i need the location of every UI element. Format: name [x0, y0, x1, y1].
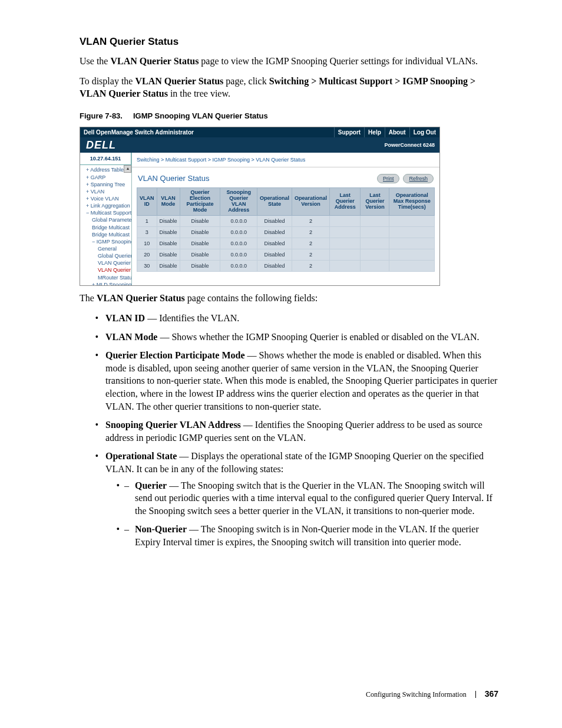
cell: [389, 226, 435, 238]
col-header: OpearationalVersion: [292, 187, 329, 215]
tree-item[interactable]: Global Querier: [82, 252, 131, 259]
cell: Disable: [157, 261, 180, 272]
text: page contains the following fields:: [185, 293, 318, 303]
field-term: VLAN Mode: [105, 332, 157, 342]
col-header: VLANMode: [157, 187, 180, 215]
tree-item[interactable]: VLAN Querier: [82, 259, 131, 266]
cell: Disabled: [257, 226, 292, 238]
sub-list: Querier — The Snooping switch that is th…: [105, 479, 498, 549]
tree-item[interactable]: VLAN Querier: [82, 266, 131, 274]
cell: 2: [292, 261, 329, 272]
cell: [361, 261, 389, 272]
cell: Disable: [180, 249, 220, 260]
tree-item[interactable]: − Multicast Support: [82, 209, 131, 216]
cell: Disabled: [257, 249, 292, 260]
field-term: VLAN ID: [105, 313, 145, 323]
list-item: Snooping Querier VLAN Address — Identifi…: [103, 419, 498, 444]
cell: Disable: [180, 238, 220, 249]
window-title: Dell OpenManage Switch Administrator: [80, 129, 334, 137]
nav-tree[interactable]: ▴ + Address Tables+ GARP+ Spanning Tree+…: [80, 165, 131, 285]
tree-item[interactable]: + GARP: [82, 174, 131, 181]
cell: 0.0.0.0: [220, 226, 257, 238]
cell: Disable: [180, 215, 220, 226]
col-header: QuerierElection Participate Mode: [180, 187, 220, 215]
help-link[interactable]: Help: [364, 127, 385, 137]
tree-item[interactable]: + VLAN: [82, 188, 131, 195]
field-term: Snooping Querier VLAN Address: [105, 420, 241, 430]
cell: [361, 249, 389, 260]
print-button[interactable]: Print: [377, 174, 400, 183]
cell: [389, 261, 435, 272]
cell: [329, 215, 360, 226]
text: Use the: [80, 56, 110, 66]
strong: VLAN Querier Status: [110, 56, 199, 66]
cell: Disable: [157, 226, 180, 238]
intro-p2: To display the VLAN Querier Status page,…: [80, 75, 498, 100]
cell: [329, 261, 360, 272]
cell: [389, 249, 435, 260]
cell: 3: [137, 226, 157, 238]
cell: 0.0.0.0: [220, 249, 257, 260]
breadcrumb: Switching > Multicast Support > IGMP Sno…: [132, 153, 439, 167]
tree-item[interactable]: Bridge Multicast: [82, 224, 131, 231]
refresh-button[interactable]: Refresh: [403, 174, 434, 183]
ip-address[interactable]: 10.27.64.151: [80, 153, 131, 165]
figure-caption: Figure 7-83.IGMP Snooping VLAN Querier S…: [80, 111, 498, 121]
sub-term: Querier: [135, 480, 167, 490]
text: page, click: [223, 76, 269, 86]
sub-term: Non-Querier: [135, 524, 187, 534]
text: To display the: [80, 76, 135, 86]
tree-item[interactable]: Global Paramete: [82, 216, 131, 223]
text: The: [80, 293, 97, 303]
page-footer: Configuring Switching Information 367: [366, 689, 498, 700]
table-row: 20DisableDisable0.0.0.0Disabled2: [137, 249, 435, 260]
cell: 1: [137, 215, 157, 226]
table-row: 1DisableDisable0.0.0.0Disabled2: [137, 215, 435, 226]
main-panel: Switching > Multicast Support > IGMP Sno…: [132, 153, 439, 285]
about-link[interactable]: About: [385, 127, 409, 137]
cell: Disable: [180, 261, 220, 272]
tree-item[interactable]: + MLD Snooping: [82, 281, 131, 286]
cell: [389, 215, 435, 226]
strong: VLAN Querier Status: [97, 293, 185, 303]
support-link[interactable]: Support: [334, 127, 364, 137]
brand-bar: DELL PowerConnect 6248: [80, 137, 439, 153]
list-item: Operational State — Displays the operati…: [103, 450, 498, 548]
section-heading: VLAN Querier Status: [80, 35, 498, 49]
tree-item[interactable]: + Voice VLAN: [82, 195, 131, 202]
cell: [389, 238, 435, 249]
list-item: Querier Election Participate Mode — Show…: [103, 349, 498, 413]
list-item: VLAN ID — Identifies the VLAN.: [103, 312, 498, 325]
field-list: VLAN ID — Identifies the VLAN.VLAN Mode …: [80, 312, 498, 549]
tree-item[interactable]: + Spanning Tree: [82, 181, 131, 188]
cell: 2: [292, 249, 329, 260]
logout-link[interactable]: Log Out: [409, 127, 439, 137]
sidebar: 10.27.64.151 ▴ + Address Tables+ GARP+ S…: [80, 153, 132, 285]
tree-item[interactable]: General: [82, 245, 131, 252]
tree-item[interactable]: + Link Aggregation: [82, 202, 131, 209]
col-header: LastQuerier Version: [361, 187, 389, 215]
sub-desc: — The Snooping switch is in Non-Querier …: [135, 524, 479, 547]
strong: VLAN Querier Status: [135, 76, 223, 86]
cell: 20: [137, 249, 157, 260]
sub-item: Non-Querier — The Snooping switch is in …: [124, 523, 498, 548]
cell: 30: [137, 261, 157, 272]
figure-title: IGMP Snooping VLAN Querier Status: [133, 111, 268, 120]
table-row: 30DisableDisable0.0.0.0Disabled2: [137, 261, 435, 272]
tree-item[interactable]: Bridge Multicast: [82, 231, 131, 238]
col-header: OpearationalMax Response Time(secs): [389, 187, 435, 215]
cell: [361, 238, 389, 249]
text: page to view the IGMP Snooping Querier s…: [199, 56, 478, 66]
table-header-row: VLANIDVLANModeQuerierElection Participat…: [137, 187, 435, 215]
model-label: PowerConnect 6248: [384, 141, 439, 149]
col-header: OperationalState: [257, 187, 292, 215]
cell: 0.0.0.0: [220, 238, 257, 249]
cell: 0.0.0.0: [220, 261, 257, 272]
cell: Disable: [180, 226, 220, 238]
scroll-up-icon[interactable]: ▴: [124, 165, 131, 173]
tree-item[interactable]: − IGMP Snooping: [82, 238, 131, 245]
cell: Disabled: [257, 238, 292, 249]
after-figure-p: The VLAN Querier Status page contains th…: [80, 292, 498, 305]
tree-item[interactable]: MRouter Status: [82, 274, 131, 281]
cell: Disable: [157, 238, 180, 249]
